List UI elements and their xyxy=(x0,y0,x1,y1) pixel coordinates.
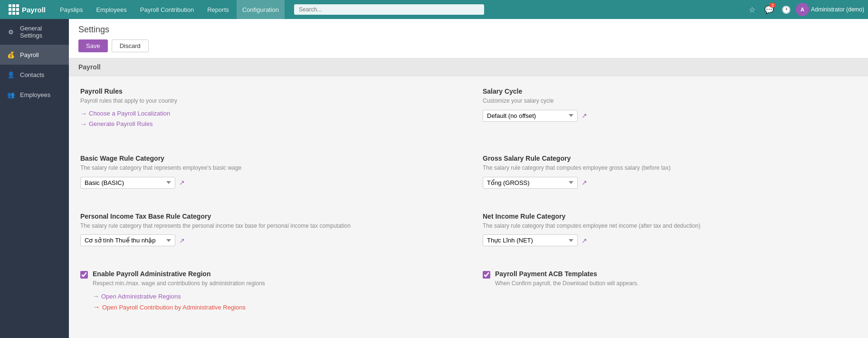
personal-income-tax-section: Personal Income Tax Base Rule Category T… xyxy=(80,212,454,247)
personal-income-tax-desc: The salary rule category that represents… xyxy=(80,222,454,230)
salary-cycle-section: Salary Cycle Customize your salary cycle… xyxy=(483,87,857,131)
net-income-dropdown-row: Thực Lĩnh (NET) ↗ xyxy=(483,234,857,246)
basic-wage-title: Basic Wage Rule Category xyxy=(80,155,454,162)
employees-icon: 👥 xyxy=(7,90,15,99)
admin-region-title: Enable Payroll Administrative Region xyxy=(93,270,265,278)
avatar[interactable]: A xyxy=(796,3,809,16)
gross-salary-dropdown-row: Tổng (GROSS) ↗ xyxy=(483,177,857,189)
net-income-external-link-icon[interactable]: ↗ xyxy=(582,237,587,244)
open-payroll-contribution-link[interactable]: → Open Payroll Contribution by Administr… xyxy=(93,303,265,311)
basic-wage-dropdown-row: Basic (BASIC) ↗ xyxy=(80,177,454,189)
personal-income-tax-title: Personal Income Tax Base Rule Category xyxy=(80,212,454,220)
user-label[interactable]: Administrator (demo) xyxy=(811,6,864,13)
payment-acb-section: Payroll Payment ACB Templates When Confi… xyxy=(483,270,857,314)
settings-body: Payroll Rules Payroll rules that apply t… xyxy=(69,76,868,335)
salary-cycle-title: Salary Cycle xyxy=(483,87,857,95)
topnav: Payroll Payslips Employees Payroll Contr… xyxy=(0,0,868,19)
content-section-header: Payroll xyxy=(69,58,868,76)
basic-wage-desc: The salary rule category that represents… xyxy=(80,164,454,172)
save-button[interactable]: Save xyxy=(78,39,108,52)
salary-cycle-external-link-icon[interactable]: ↗ xyxy=(582,112,587,119)
chat-badge: 3 xyxy=(769,3,776,8)
clock-icon[interactable]: 🕐 xyxy=(779,2,794,17)
personal-income-tax-dropdown-row: Cơ sở tính Thuế thu nhập ↗ xyxy=(80,234,454,246)
payroll-rules-section: Payroll Rules Payroll rules that apply t… xyxy=(80,87,454,131)
payroll-rules-title: Payroll Rules xyxy=(80,87,454,95)
gross-salary-title: Gross Salary Rule Category xyxy=(483,155,857,162)
admin-region-desc: Respect min./max. wage and contributions… xyxy=(93,280,265,288)
sidebar-item-employees[interactable]: 👥 Employees xyxy=(0,85,69,105)
settings-icon: ⚙ xyxy=(7,28,15,36)
sidebar-item-payroll[interactable]: 💰 Payroll xyxy=(0,45,69,65)
salary-cycle-desc: Customize your salary cycle xyxy=(483,97,857,105)
gross-salary-dropdown[interactable]: Tổng (GROSS) xyxy=(483,177,578,189)
admin-region-section: Enable Payroll Administrative Region Res… xyxy=(80,270,454,314)
sidebar-item-general-settings[interactable]: ⚙ General Settings xyxy=(0,19,69,45)
payment-acb-checkbox[interactable] xyxy=(483,271,490,279)
gross-salary-section: Gross Salary Rule Category The salary ru… xyxy=(483,155,857,189)
salary-cycle-dropdown[interactable]: Default (no offset)Custom xyxy=(483,110,578,122)
admin-region-checkbox-row: Enable Payroll Administrative Region Res… xyxy=(80,270,454,314)
choose-payroll-localization-link[interactable]: → Choose a Payroll Localization xyxy=(80,110,454,117)
gross-salary-external-link-icon[interactable]: ↗ xyxy=(582,179,587,186)
personal-income-tax-dropdown[interactable]: Cơ sở tính Thuế thu nhập xyxy=(80,234,175,246)
open-admin-regions-link[interactable]: → Open Administrative Regions xyxy=(93,292,265,300)
payment-acb-checkbox-row: Payroll Payment ACB Templates When Confi… xyxy=(483,270,857,292)
net-income-section: Net Income Rule Category The salary rule… xyxy=(483,212,857,247)
net-income-title: Net Income Rule Category xyxy=(483,212,857,220)
admin-region-checkbox[interactable] xyxy=(80,271,88,279)
chat-icon[interactable]: 💬 3 xyxy=(762,2,777,17)
salary-cycle-dropdown-row: Default (no offset)Custom ↗ xyxy=(483,110,857,122)
brand: Payroll xyxy=(4,4,50,15)
personal-income-tax-external-link-icon[interactable]: ↗ xyxy=(179,237,185,244)
notification-icon[interactable]: ☆ xyxy=(744,2,760,17)
red-arrow-icon: → xyxy=(93,303,100,311)
nav-payslips[interactable]: Payslips xyxy=(54,0,88,19)
sidebar: ⚙ General Settings 💰 Payroll 👤 Contacts … xyxy=(0,19,69,338)
search-bar xyxy=(294,4,484,15)
net-income-dropdown[interactable]: Thực Lĩnh (NET) xyxy=(483,234,578,246)
grid-icon[interactable] xyxy=(9,4,19,15)
discard-button[interactable]: Discard xyxy=(112,39,149,52)
nav-payroll-contribution[interactable]: Payroll Contribution xyxy=(134,0,200,19)
basic-wage-section: Basic Wage Rule Category The salary rule… xyxy=(80,155,454,189)
action-bar: Save Discard xyxy=(78,39,858,52)
nav-employees[interactable]: Employees xyxy=(90,0,132,19)
nav-reports[interactable]: Reports xyxy=(201,0,235,19)
contacts-icon: 👤 xyxy=(7,70,15,79)
basic-wage-dropdown[interactable]: Basic (BASIC) xyxy=(80,177,175,189)
page-header: Settings Save Discard xyxy=(69,19,868,58)
payroll-rules-desc: Payroll rules that apply to your country xyxy=(80,97,454,105)
search-input[interactable] xyxy=(294,4,484,15)
gross-salary-desc: The salary rule category that computes e… xyxy=(483,164,857,172)
payment-acb-title: Payroll Payment ACB Templates xyxy=(495,270,639,278)
sidebar-item-contacts[interactable]: 👤 Contacts xyxy=(0,65,69,85)
payment-acb-desc: When Confirm payroll, the Download butto… xyxy=(495,280,639,288)
payroll-icon: 💰 xyxy=(7,50,15,59)
nav-configuration[interactable]: Configuration xyxy=(237,0,285,19)
layout: ⚙ General Settings 💰 Payroll 👤 Contacts … xyxy=(0,19,868,338)
topnav-right: ☆ 💬 3 🕐 A Administrator (demo) xyxy=(744,2,864,17)
main-content: Settings Save Discard Payroll Payroll Ru… xyxy=(69,19,868,338)
page-title: Settings xyxy=(78,25,858,35)
generate-payroll-rules-link[interactable]: → Generate Payroll Rules xyxy=(80,120,454,128)
settings-grid: Payroll Rules Payroll rules that apply t… xyxy=(80,87,857,324)
net-income-desc: The salary rule category that computes e… xyxy=(483,222,857,230)
basic-wage-external-link-icon[interactable]: ↗ xyxy=(179,179,185,186)
